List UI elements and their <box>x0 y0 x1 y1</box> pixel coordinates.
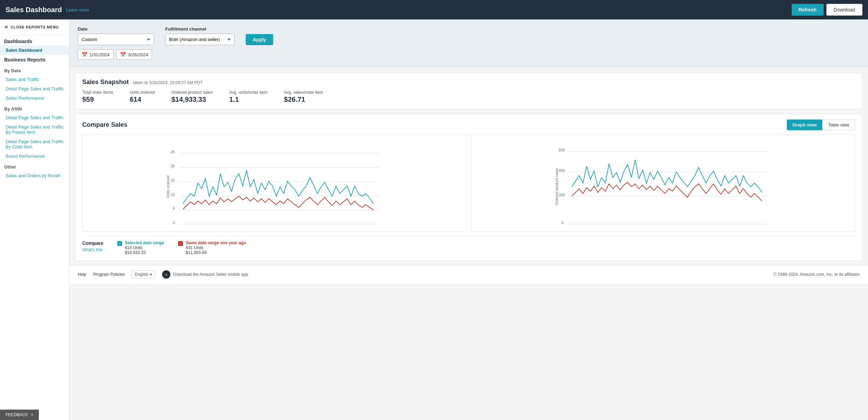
svg-text:5. Feb: 5. Feb <box>187 228 197 228</box>
fulfillment-filter-label: Fulfillment channel <box>165 26 235 32</box>
svg-text:25. Mar: 25. Mar <box>356 228 369 228</box>
date-filter-group: Date Custom Today Yesterday Last 7 days … <box>78 26 154 60</box>
checkmark-icon: ✓ <box>118 242 121 246</box>
fulfillment-select[interactable]: Both (Amazon and seller) Amazon Seller <box>165 34 235 45</box>
table-view-button[interactable]: Table view <box>822 120 855 130</box>
legend-sales-year-ago: $11,003.69 <box>186 250 246 255</box>
sidebar: ✕ CLOSE REPORTS MENU Dashboards Sales Da… <box>0 19 69 420</box>
amazon-logo: a <box>162 270 170 279</box>
svg-text:12. Feb: 12. Feb <box>599 228 611 228</box>
feedback-label: FEEDBACK <box>6 412 28 417</box>
metric-label-units-ordered: Units ordered <box>130 90 155 95</box>
whats-this-link[interactable]: What's this <box>82 247 103 252</box>
feedback-bar[interactable]: FEEDBACK × <box>0 410 39 420</box>
sidebar-item-asin-detail-page[interactable]: Detail Page Sales and Traffic <box>0 113 69 122</box>
compare-label: Compare <box>82 240 103 246</box>
legend-units-year-ago: 441 Units <box>186 245 246 250</box>
sidebar-item-business-reports[interactable]: Business Reports <box>0 55 69 65</box>
ordered-product-sales-chart: 0 200 400 600 Ordered product sales <box>471 134 856 232</box>
sidebar-sub-header-by-date: By Date <box>0 65 69 75</box>
sidebar-item-detail-page-sales-traffic[interactable]: Detail Page Sales and Traffic <box>0 84 69 93</box>
learn-more-link[interactable]: Learn more <box>66 7 89 13</box>
end-date-input[interactable]: 📅 3/26/2024 <box>116 49 152 60</box>
metric-avg-sales: Avg. sales/order item $26.71 <box>284 90 323 104</box>
sidebar-item-sales-orders-month[interactable]: Sales and Orders by Month <box>0 171 69 180</box>
sidebar-item-seller-performance[interactable]: Seller Performance <box>0 93 69 103</box>
metric-total-order-items: Total order items 559 <box>82 90 113 104</box>
metric-ordered-product-sales: Ordered product sales $14,933.33 <box>171 90 213 104</box>
legend-checkbox-selected[interactable]: ✓ <box>117 241 122 246</box>
compare-legend: Compare What's this ✓ Selected date rang… <box>82 236 855 255</box>
svg-text:10: 10 <box>171 192 175 197</box>
refresh-button[interactable]: Refresh <box>792 4 824 16</box>
program-policies-link[interactable]: Program Policies <box>93 272 125 277</box>
svg-text:25. Mar: 25. Mar <box>744 228 757 228</box>
metric-label-ordered-product-sales: Ordered product sales <box>171 90 213 95</box>
metric-label-avg-units: Avg. units/order item <box>229 90 267 95</box>
svg-text:600: 600 <box>558 148 565 152</box>
feedback-close-icon[interactable]: × <box>31 412 33 417</box>
svg-text:18. Mar: 18. Mar <box>331 228 344 228</box>
date-range-row: 📅 1/31/2024 📅 3/26/2024 <box>78 49 154 60</box>
metric-units-ordered: Units ordered 614 <box>130 90 155 104</box>
apply-button[interactable]: Apply <box>246 34 273 45</box>
svg-text:15: 15 <box>171 178 175 182</box>
start-date-input[interactable]: 📅 1/31/2024 <box>78 49 113 60</box>
svg-text:12. Feb: 12. Feb <box>210 228 223 228</box>
filter-bar: Date Custom Today Yesterday Last 7 days … <box>69 19 868 67</box>
snapshot-metrics: Total order items 559 Units ordered 614 … <box>82 90 855 104</box>
metric-label-total-order-items: Total order items <box>82 90 113 95</box>
legend-year-ago: ✓ Same date range one year ago 441 Units… <box>178 240 246 255</box>
svg-text:26. Feb: 26. Feb <box>647 228 660 228</box>
svg-text:18. Mar: 18. Mar <box>720 228 733 228</box>
date-select[interactable]: Custom Today Yesterday Last 7 days Last … <box>78 34 154 45</box>
svg-text:400: 400 <box>558 168 565 173</box>
sales-chart-svg: 0 200 400 600 Ordered product sales <box>475 138 852 228</box>
sidebar-item-sales-dashboard[interactable]: Sales Dashboard <box>0 46 69 55</box>
sidebar-item-dashboards[interactable]: Dashboards <box>0 35 69 46</box>
units-ordered-chart: 0 5 10 15 20 25 Units ordered <box>82 134 467 232</box>
language-selector[interactable]: English ▾ <box>132 270 155 279</box>
metric-value-units-ordered: 614 <box>130 96 155 104</box>
sidebar-item-brand-performance[interactable]: Brand Performance <box>0 151 69 161</box>
legend-checkbox-year-ago[interactable]: ✓ <box>178 241 183 246</box>
view-toggle: Graph view Table view <box>787 120 855 130</box>
legend-sales-selected: $14,933.33 <box>125 250 164 255</box>
svg-text:4. Mar: 4. Mar <box>672 228 682 228</box>
close-reports-label: CLOSE REPORTS MENU <box>11 25 59 29</box>
snapshot-title: Sales Snapshot <box>82 79 129 86</box>
legend-title-year-ago: Same date range one year ago <box>186 240 246 245</box>
charts-row: 0 5 10 15 20 25 Units ordered <box>82 134 855 232</box>
svg-text:200: 200 <box>558 193 565 197</box>
download-button[interactable]: Download <box>826 4 862 16</box>
sidebar-item-asin-parent[interactable]: Detail Page Sales and Traffic By Parent … <box>0 122 69 137</box>
sidebar-item-asin-child[interactable]: Detail Page Sales and Traffic By Child I… <box>0 137 69 151</box>
units-chart-svg: 0 5 10 15 20 25 Units ordered <box>86 138 463 228</box>
close-reports-menu-button[interactable]: ✕ CLOSE REPORTS MENU <box>0 19 69 35</box>
end-date-value: 3/26/2024 <box>128 52 148 57</box>
top-bar-left: Sales Dashboard Learn more <box>6 6 89 14</box>
download-app-link[interactable]: a Download the Amazon Seller mobile app <box>162 270 248 279</box>
sidebar-sub-header-by-asin: By ASIN <box>0 103 69 113</box>
footer-left: Help Program Policies English ▾ a Downlo… <box>78 270 248 279</box>
compare-sales-section: Compare Sales Graph view Table view 0 5 … <box>75 114 862 261</box>
main-layout: ✕ CLOSE REPORTS MENU Dashboards Sales Da… <box>0 19 868 420</box>
main-content: Date Custom Today Yesterday Last 7 days … <box>69 19 868 420</box>
app-text: Download the Amazon Seller mobile app <box>173 272 248 277</box>
svg-text:0: 0 <box>562 221 564 225</box>
compare-section-label: Compare What's this <box>82 240 103 252</box>
metric-value-total-order-items: 559 <box>82 96 113 104</box>
legend-text-selected: Selected date range 614 Units $14,933.33 <box>125 240 164 255</box>
footer: Help Program Policies English ▾ a Downlo… <box>69 265 868 283</box>
metric-value-ordered-product-sales: $14,933.33 <box>171 96 213 104</box>
page-title: Sales Dashboard <box>6 6 62 14</box>
svg-text:Units ordered: Units ordered <box>166 175 170 198</box>
svg-text:26. Feb: 26. Feb <box>259 228 271 228</box>
svg-text:11. Mar: 11. Mar <box>307 228 320 228</box>
sidebar-item-sales-traffic[interactable]: Sales and Traffic <box>0 75 69 84</box>
graph-view-button[interactable]: Graph view <box>787 120 822 130</box>
svg-text:19. Feb: 19. Feb <box>623 228 635 228</box>
checkmark-icon-red: ✓ <box>179 242 182 246</box>
help-link[interactable]: Help <box>78 272 86 277</box>
start-date-value: 1/31/2024 <box>90 52 110 57</box>
